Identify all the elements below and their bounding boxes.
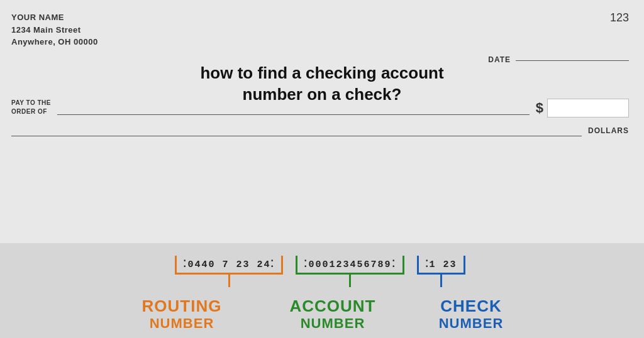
date-label: DATE (488, 55, 511, 64)
dollars-line (11, 136, 582, 136)
account-sub-label: NUMBER (301, 315, 365, 332)
dollar-box: $ (536, 99, 629, 117)
routing-main-label: ROUTING (142, 297, 222, 315)
account-group: ⁚000123456789⁚ (296, 256, 404, 287)
pay-to-line (57, 114, 530, 115)
routing-connector (228, 275, 230, 287)
label-row: ROUTING NUMBER ACCOUNT NUMBER CHECK NUMB… (119, 297, 521, 332)
account-label-block: ACCOUNT NUMBER (245, 297, 421, 332)
dollars-row: DOLLARS (11, 126, 629, 136)
dollar-sign: $ (536, 100, 543, 116)
check-number: 123 (610, 11, 629, 25)
date-line (516, 60, 629, 61)
dollars-label: DOLLARS (588, 126, 629, 135)
account-address2: Anywhere, OH 00000 (11, 36, 629, 48)
check-group: ⁚1 23 (417, 256, 465, 287)
check-connector (440, 275, 442, 287)
check-background: YOUR NAME 1234 Main Street Anywhere, OH … (0, 0, 644, 243)
account-connector (349, 275, 351, 287)
account-address1: 1234 Main Street (11, 24, 629, 36)
check-micr: ⁚1 23 (417, 256, 465, 275)
overlay-title: how to find a checking account number on… (165, 63, 479, 106)
check-main-label: CHECK (440, 297, 501, 315)
account-name: YOUR NAME (11, 11, 629, 24)
routing-sub-label: NUMBER (150, 315, 214, 332)
account-micr: ⁚000123456789⁚ (296, 256, 404, 275)
routing-group: ⁚0440 7 23 24⁚ (175, 256, 283, 287)
account-name-block: YOUR NAME 1234 Main Street Anywhere, OH … (11, 11, 629, 48)
routing-micr: ⁚0440 7 23 24⁚ (175, 256, 283, 275)
routing-label-block: ROUTING NUMBER (119, 297, 245, 332)
account-main-label: ACCOUNT (290, 297, 376, 315)
check-label-block: CHECK NUMBER (421, 297, 521, 332)
bottom-section: ⁚0440 7 23 24⁚ ⁚000123456789⁚ ⁚1 23 ROUT… (0, 243, 644, 338)
check-sub-label: NUMBER (439, 315, 504, 332)
amount-box (547, 99, 629, 117)
micr-row: ⁚0440 7 23 24⁚ ⁚000123456789⁚ ⁚1 23 (175, 256, 465, 287)
pay-to-label: PAY TO THEORDER OF (11, 99, 51, 116)
date-row: DATE (488, 55, 629, 64)
